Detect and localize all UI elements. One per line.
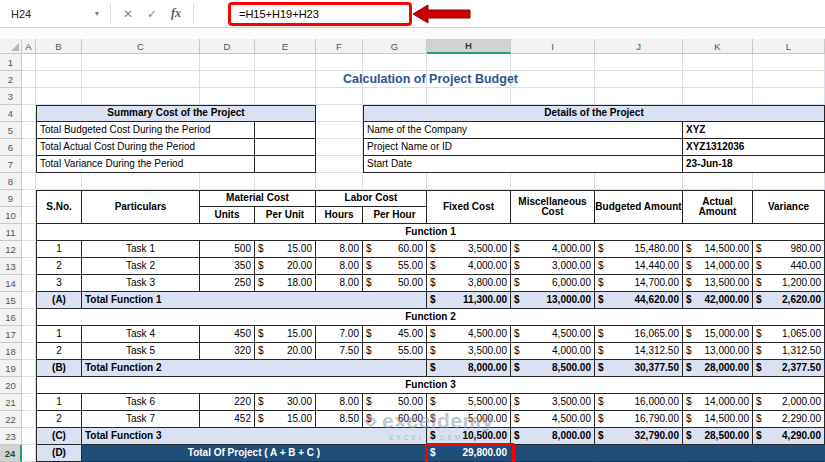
row-header-13[interactable]: 13 [0,258,22,275]
cell-B14[interactable]: 3 [36,275,82,292]
cell-J9[interactable]: Budgeted Amount [595,190,683,224]
row-header-23[interactable]: 23 [0,428,22,445]
cell-J15[interactable]: $44,620.00 [595,292,683,309]
select-all-corner[interactable] [0,39,22,54]
cell-B13[interactable]: 2 [36,258,82,275]
cell-L13[interactable]: $440.00 [753,258,825,275]
cell-F13[interactable]: 8.00 [316,258,363,275]
row-header-21[interactable]: 21 [0,394,22,411]
cell-I22[interactable]: $4,500.00 [511,411,595,428]
cell-J21[interactable]: $16,000.00 [595,394,683,411]
column-header-C[interactable]: C [82,39,200,54]
cell-J23[interactable]: $32,790.00 [595,428,683,445]
cell-I24[interactable] [511,445,595,462]
cell-J17[interactable]: $16,065.00 [595,326,683,343]
cell-B6[interactable]: Total Actual Cost During the Period [36,139,255,156]
cell-J18[interactable]: $14,312.50 [595,343,683,360]
cell-B11[interactable]: Function 1 [36,224,825,241]
cell-I21[interactable]: $3,500.00 [511,394,595,411]
insert-function-icon[interactable]: fx [164,6,188,21]
cell-E10[interactable]: Per Unit [255,207,316,224]
cell-K13[interactable]: $14,000.00 [683,258,753,275]
row-header-11[interactable]: 11 [0,224,22,241]
cell-E6[interactable] [255,139,316,156]
cell-C17[interactable]: Task 4 [82,326,200,343]
cell-K15[interactable]: $42,000.00 [683,292,753,309]
cell-K9[interactable]: Actual Amount [683,190,753,224]
cell-H21[interactable]: $5,500.00 [427,394,511,411]
cell-F18[interactable]: 7.50 [316,343,363,360]
cell-G10[interactable]: Per Hour [363,207,427,224]
column-header-K[interactable]: K [683,39,753,54]
column-header-D[interactable]: D [200,39,255,54]
cell-K18[interactable]: $13,000.00 [683,343,753,360]
column-header-G[interactable]: G [363,39,427,54]
cell-C13[interactable]: Task 2 [82,258,200,275]
cancel-icon[interactable]: ✕ [116,7,140,21]
cell-C19[interactable]: Total Function 2 [82,360,427,377]
cell-B12[interactable]: 1 [36,241,82,258]
cell-I17[interactable]: $4,500.00 [511,326,595,343]
cell-D17[interactable]: 450 [200,326,255,343]
cell-L22[interactable]: $2,290.00 [753,411,825,428]
cell-H17[interactable]: $4,500.00 [427,326,511,343]
cell-B20[interactable]: Function 3 [36,377,825,394]
cell-C22[interactable]: Task 7 [82,411,200,428]
cell-K12[interactable]: $14,500.00 [683,241,753,258]
cell-G5[interactable]: Name of the Company [363,122,683,139]
cell-G22[interactable]: $60.00 [363,411,427,428]
cell-I14[interactable]: $6,000.00 [511,275,595,292]
row-header-2[interactable]: 2 [0,71,22,88]
cell-H15[interactable]: $11,300.00 [427,292,511,309]
cell-C15[interactable]: Total Function 1 [82,292,427,309]
cell-G21[interactable]: $50.00 [363,394,427,411]
cell-J12[interactable]: $15,480.00 [595,241,683,258]
row-header-16[interactable]: 16 [0,309,22,326]
row-header-1[interactable]: 1 [0,54,22,71]
cell-C21[interactable]: Task 6 [82,394,200,411]
cell-E21[interactable]: $30.00 [255,394,316,411]
row-header-8[interactable]: 8 [0,173,22,190]
row-header-14[interactable]: 14 [0,275,22,292]
cell-B5[interactable]: Total Budgeted Cost During the Period [36,122,255,139]
row-header-4[interactable]: 4 [0,105,22,122]
cell-K17[interactable]: $15,000.00 [683,326,753,343]
cell-B19[interactable]: (B) [36,360,82,377]
cell-C24[interactable]: Total Of Project ( A + B + C ) [82,445,427,462]
cell-L17[interactable]: $1,065.00 [753,326,825,343]
cell-G4[interactable]: Details of the Project [363,105,825,122]
row-header-18[interactable]: 18 [0,343,22,360]
cell-K23[interactable]: $28,500.00 [683,428,753,445]
enter-icon[interactable]: ✓ [140,7,164,21]
cell-L9[interactable]: Variance [753,190,825,224]
cell-E22[interactable]: $15.00 [255,411,316,428]
row-header-19[interactable]: 19 [0,360,22,377]
cell-C9[interactable]: Particulars [82,190,200,224]
cell-I13[interactable]: $3,000.00 [511,258,595,275]
cell-G7[interactable]: Start Date [363,156,683,173]
cell-E7[interactable] [255,156,316,173]
cell-E14[interactable]: $18.00 [255,275,316,292]
column-header-H[interactable]: H [427,39,511,54]
cell-L19[interactable]: $2,377.50 [753,360,825,377]
cell-D18[interactable]: 320 [200,343,255,360]
cell-B21[interactable]: 1 [36,394,82,411]
cell-K24[interactable] [683,445,753,462]
cell-J22[interactable]: $16,790.00 [595,411,683,428]
column-header-B[interactable]: B [36,39,82,54]
cell-K22[interactable]: $14,500.00 [683,411,753,428]
cell-C18[interactable]: Task 5 [82,343,200,360]
cell-G14[interactable]: $50.00 [363,275,427,292]
cell-F17[interactable]: 7.00 [316,326,363,343]
column-header-J[interactable]: J [595,39,683,54]
cell-B9[interactable]: S.No. [36,190,82,224]
cell-G6[interactable]: Project Name or ID [363,139,683,156]
cell-L21[interactable]: $2,000.00 [753,394,825,411]
cell-L15[interactable]: $2,620.00 [753,292,825,309]
cell-H13[interactable]: $4,000.00 [427,258,511,275]
cell-F12[interactable]: 8.00 [316,241,363,258]
cell-F21[interactable]: 8.00 [316,394,363,411]
cell-K5[interactable]: XYZ [683,122,825,139]
cell-K19[interactable]: $28,000.00 [683,360,753,377]
cell-E13[interactable]: $20.00 [255,258,316,275]
